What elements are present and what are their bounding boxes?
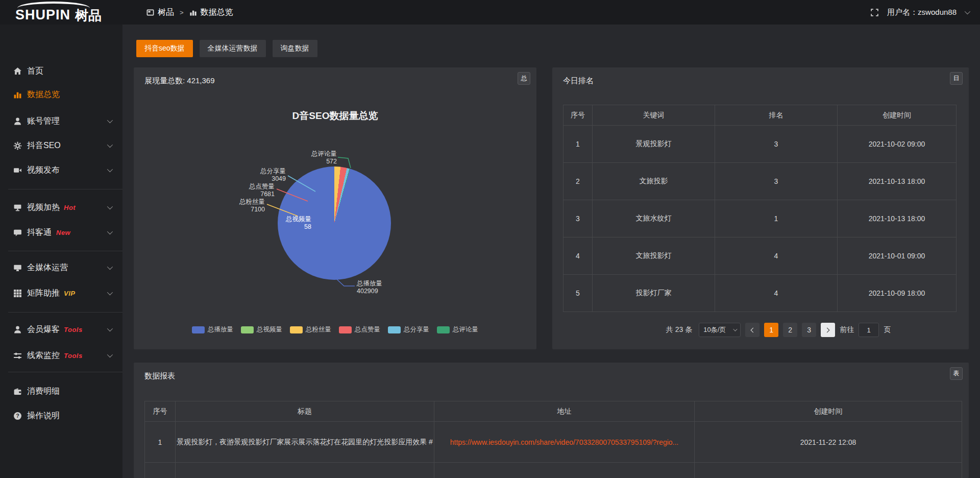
app-logo: SHUPIN 树品: [15, 0, 102, 25]
pie-label-plays: 总播放量 402909: [357, 280, 400, 295]
pie-label-fans: 总粉丝量 7100: [222, 198, 265, 213]
tools-badge: Tools: [64, 326, 83, 333]
sidebar-item-consumption-detail[interactable]: 消费明细: [0, 379, 122, 403]
table-row[interactable]: 4 文旅投影灯 4 2021-10-01 09:00: [564, 237, 957, 275]
prev-page-button[interactable]: [745, 323, 760, 337]
chevron-down-icon[interactable]: [965, 9, 970, 14]
tab-douyin-seo-data[interactable]: 抖音seo数据: [136, 40, 193, 57]
video-camera-icon: [13, 166, 22, 175]
video-link[interactable]: https://www.iesdouyin.com/share/video/70…: [450, 438, 679, 446]
page-button-3[interactable]: 3: [802, 323, 816, 337]
goto-unit-label: 页: [884, 325, 891, 334]
table-row[interactable]: 3 文旅水纹灯 1 2021-10-13 18:00: [564, 200, 957, 237]
legend-item-shares[interactable]: 总分享量: [388, 325, 429, 334]
pie-label-shares: 总分享量 3049: [243, 168, 286, 183]
grid-icon: [13, 289, 22, 298]
home-icon: [13, 67, 22, 76]
sidebar-item-label: 矩阵助推: [27, 288, 60, 299]
table-row[interactable]: 2 文旅投影 3 2021-10-13 18:00: [564, 163, 957, 200]
sidebar-item-video-publish[interactable]: 视频发布: [0, 158, 122, 182]
page-button-2[interactable]: 2: [783, 323, 797, 337]
legend-item-videos[interactable]: 总视频量: [241, 325, 282, 334]
tab-inquiry-data[interactable]: 询盘数据: [273, 40, 317, 57]
tools-badge: Tools: [64, 352, 83, 360]
sidebar-divider: [8, 251, 122, 251]
chevron-down-icon: [107, 290, 113, 295]
sidebar: 首页 数据总览 账号管理 抖音SEO 视频发布 视频加热 Hot: [0, 25, 122, 478]
breadcrumb-item-home[interactable]: 树品: [158, 7, 174, 18]
arrow-right-icon: [825, 327, 830, 332]
logo-arc-decoration: [17, 2, 90, 15]
pie-label-videos: 总视频量 58: [268, 216, 311, 231]
legend-swatch: [388, 326, 401, 333]
sidebar-item-home[interactable]: 首页: [0, 59, 122, 83]
sidebar-item-label: 视频加热: [27, 202, 60, 213]
username-label[interactable]: 用户名：zswodun88: [887, 8, 957, 17]
chevron-down-icon: [107, 229, 113, 234]
sidebar-item-label: 操作说明: [27, 411, 60, 421]
next-page-button[interactable]: [821, 323, 835, 337]
sidebar-item-label: 会员爆客: [27, 324, 60, 335]
data-report-panel: 数据报表 表 序号 标题 地址 创建时间 1 景观投影灯，夜游景观投影灯厂家展示…: [134, 363, 969, 478]
page-button-1[interactable]: 1: [764, 323, 778, 337]
legend-item-fans[interactable]: 总粉丝量: [290, 325, 331, 334]
chart-bar-icon: [13, 90, 22, 99]
legend-item-comments[interactable]: 总评论量: [437, 325, 478, 334]
chevron-down-icon: [107, 142, 113, 148]
sidebar-item-doketong[interactable]: 抖客通 New: [0, 220, 122, 245]
sidebar-item-video-heat[interactable]: 视频加热 Hot: [0, 195, 122, 220]
legend-item-plays[interactable]: 总播放量: [192, 325, 233, 334]
page-size-select[interactable]: 10条/页: [699, 323, 741, 337]
sidebar-item-label: 账号管理: [27, 116, 60, 127]
pagination: 共 23 条 10条/页 1 2 3 前往 页: [552, 323, 969, 337]
sidebar-divider: [8, 372, 122, 372]
table-row[interactable]: 1 景观投影灯，夜游景观投影灯厂家展示展示落花灯在花园里的灯光投影应用效果 # …: [145, 422, 962, 463]
sidebar-item-member-baoke[interactable]: 会员爆客 Tools: [0, 317, 122, 342]
panel-title: 今日排名: [563, 76, 594, 86]
report-table: 序号 标题 地址 创建时间 1 景观投影灯，夜游景观投影灯厂家展示展示落花灯在花…: [144, 401, 962, 478]
sidebar-item-data-overview[interactable]: 数据总览: [0, 82, 122, 107]
chevron-down-icon: [107, 326, 113, 331]
panel-title: 数据报表: [144, 371, 175, 381]
sidebar-item-label: 线索监控: [27, 350, 60, 361]
table-header-row: 序号 关键词 排名 创建时间: [564, 105, 957, 126]
fullscreen-icon[interactable]: [870, 8, 879, 17]
sidebar-item-label: 消费明细: [27, 386, 60, 397]
user-icon: [13, 117, 22, 126]
sidebar-item-omnimedia[interactable]: 全媒体运营: [0, 255, 122, 280]
legend-swatch: [241, 326, 254, 333]
total-count-label: 共 23 条: [666, 325, 692, 334]
monitor-icon: [13, 203, 22, 212]
table-row[interactable]: 1 景观投影灯 3 2021-10-02 09:00: [564, 126, 957, 163]
legend-swatch: [339, 326, 352, 333]
sidebar-item-label: 抖音SEO: [27, 140, 61, 151]
data-source-tabs: 抖音seo数据 全媒体运营数据 询盘数据: [136, 40, 317, 57]
breadcrumb-separator: >: [180, 9, 184, 16]
chevron-down-icon: [107, 117, 113, 123]
chevron-down-icon: [107, 166, 113, 172]
sidebar-divider: [8, 312, 122, 313]
tab-omnimedia-data[interactable]: 全媒体运营数据: [200, 40, 266, 57]
legend-item-likes[interactable]: 总点赞量: [339, 325, 380, 334]
sidebar-item-label: 首页: [27, 66, 43, 77]
sidebar-divider: [8, 189, 122, 189]
daily-view-button[interactable]: 日: [950, 72, 963, 85]
sidebar-item-matrix-boost[interactable]: 矩阵助推 VIP: [0, 281, 122, 305]
sidebar-item-instructions[interactable]: ? 操作说明: [0, 403, 122, 428]
sliders-icon: [13, 351, 22, 360]
sidebar-item-douyin-seo[interactable]: 抖音SEO: [0, 133, 122, 158]
chevron-down-icon: [107, 352, 113, 357]
sidebar-item-label: 视频发布: [27, 165, 60, 176]
table-view-button[interactable]: 表: [950, 367, 963, 380]
sidebar-item-lead-monitor[interactable]: 线索监控 Tools: [0, 343, 122, 368]
screen-icon: [13, 264, 22, 272]
help-circle-icon: ?: [13, 412, 22, 420]
table-header-row: 序号 标题 地址 创建时间: [145, 401, 962, 422]
chart-legend: 总播放量 总视频量 总粉丝量 总点赞量 总分享量 总评论量: [134, 325, 536, 334]
sidebar-item-label: 抖客通: [27, 227, 52, 238]
chart-panel: 展现量总数: 421,369 总 D音SEO数据量总览 总评论量 572 总分享…: [134, 67, 536, 349]
new-badge: New: [56, 229, 70, 236]
sidebar-item-account[interactable]: 账号管理: [0, 109, 122, 133]
goto-page-input[interactable]: [859, 323, 879, 337]
table-row[interactable]: 5 投影灯厂家 4 2021-10-09 18:00: [564, 275, 957, 312]
